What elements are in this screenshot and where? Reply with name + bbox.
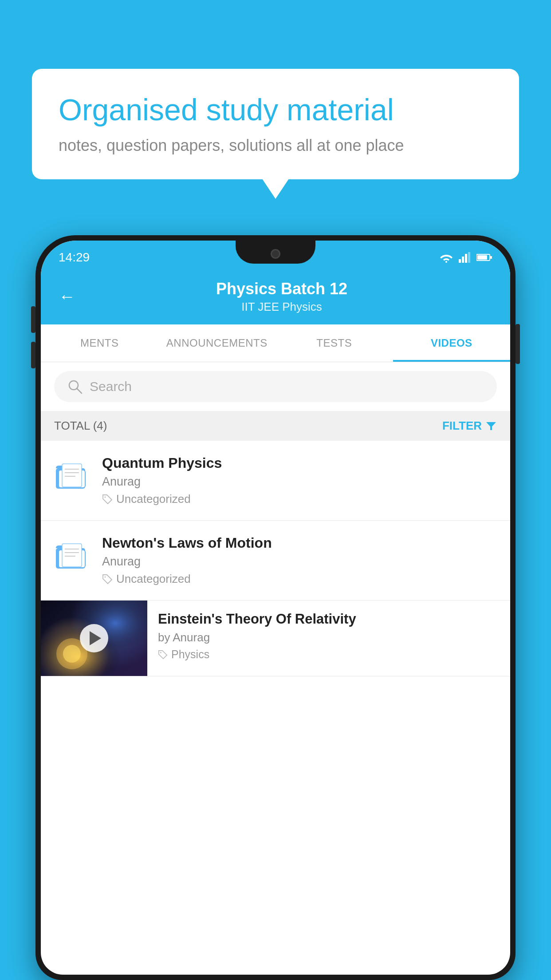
svg-rect-3 [465,254,467,263]
list-item-content: Quantum Physics Anurag Uncategorized [102,455,497,506]
list-item-video[interactable]: Einstein's Theory Of Relativity by Anura… [41,601,510,676]
tag-icon [158,650,168,660]
header-subtitle: IIT JEE Physics [89,300,475,314]
svg-point-17 [105,496,106,498]
tag-icon [102,574,113,585]
svg-point-29 [160,652,161,653]
header-title: Physics Batch 12 [89,280,475,298]
phone-frame: 14:29 [35,235,516,980]
search-input[interactable]: Search [90,379,132,394]
video-title: Einstein's Theory Of Relativity [158,611,500,627]
wifi-icon [439,252,453,263]
total-count: TOTAL (4) [54,419,107,433]
svg-point-0 [445,261,447,263]
svg-line-9 [77,388,82,393]
svg-rect-4 [468,252,470,263]
speech-bubble-card: Organised study material notes, question… [32,69,519,179]
item-author: Anurag [102,475,497,489]
status-icons [439,252,492,263]
speech-bubble-subtitle: notes, question papers, solutions all at… [59,136,492,155]
phone-screen: 14:29 [41,241,510,975]
tab-announcements[interactable]: ANNOUNCEMENTS [158,324,276,362]
video-thumbnail [41,601,147,676]
tabs-bar: MENTS ANNOUNCEMENTS TESTS VIDEOS [41,324,510,362]
item-title: Newton's Laws of Motion [102,535,497,551]
filter-button[interactable]: FILTER [442,419,497,433]
item-author: Anurag [102,555,497,569]
front-camera [271,249,280,259]
svg-rect-7 [490,256,492,259]
filter-icon [485,420,497,432]
list-container: Quantum Physics Anurag Uncategorized [41,441,510,676]
folder-icon [54,537,90,572]
svg-rect-13 [62,464,82,487]
tab-tests[interactable]: TESTS [276,324,393,362]
item-tag: Uncategorized [102,572,497,586]
tab-videos[interactable]: VIDEOS [393,324,511,362]
header-title-group: Physics Batch 12 IIT JEE Physics [89,280,475,314]
play-button[interactable] [80,624,108,652]
volume-down-button[interactable] [31,342,35,368]
app-header: ← Physics Batch 12 IIT JEE Physics [41,271,510,324]
list-item[interactable]: Newton's Laws of Motion Anurag Uncategor… [41,521,510,601]
folder-icon [54,457,90,492]
svg-rect-2 [462,257,464,263]
svg-point-28 [63,645,81,663]
svg-rect-20 [62,544,82,567]
signal-icon [459,252,471,263]
list-item-content: Newton's Laws of Motion Anurag Uncategor… [102,535,497,586]
tag-icon [102,494,113,505]
folder-svg [54,537,90,572]
filter-bar: TOTAL (4) FILTER [41,411,510,441]
svg-rect-1 [459,259,461,263]
video-content: Einstein's Theory Of Relativity by Anura… [147,601,510,672]
item-tag: Uncategorized [102,492,497,506]
phone-notch [236,241,315,264]
item-title: Quantum Physics [102,455,497,471]
video-author: by Anurag [158,631,500,644]
svg-marker-10 [486,422,496,430]
search-icon [67,379,83,394]
battery-icon [476,253,492,262]
status-time: 14:29 [59,250,90,265]
search-container: Search [41,362,510,411]
video-tag: Physics [158,648,500,661]
search-input-wrapper[interactable]: Search [54,371,497,402]
svg-rect-6 [477,255,487,260]
list-item[interactable]: Quantum Physics Anurag Uncategorized [41,441,510,521]
folder-svg [54,457,90,492]
play-icon [90,631,101,645]
tab-ments[interactable]: MENTS [41,324,158,362]
speech-bubble-title: Organised study material [59,93,492,126]
volume-up-button[interactable] [31,306,35,333]
power-button[interactable] [516,324,520,364]
speech-bubble-section: Organised study material notes, question… [32,69,519,179]
back-button[interactable]: ← [59,287,75,306]
svg-point-24 [105,576,106,577]
